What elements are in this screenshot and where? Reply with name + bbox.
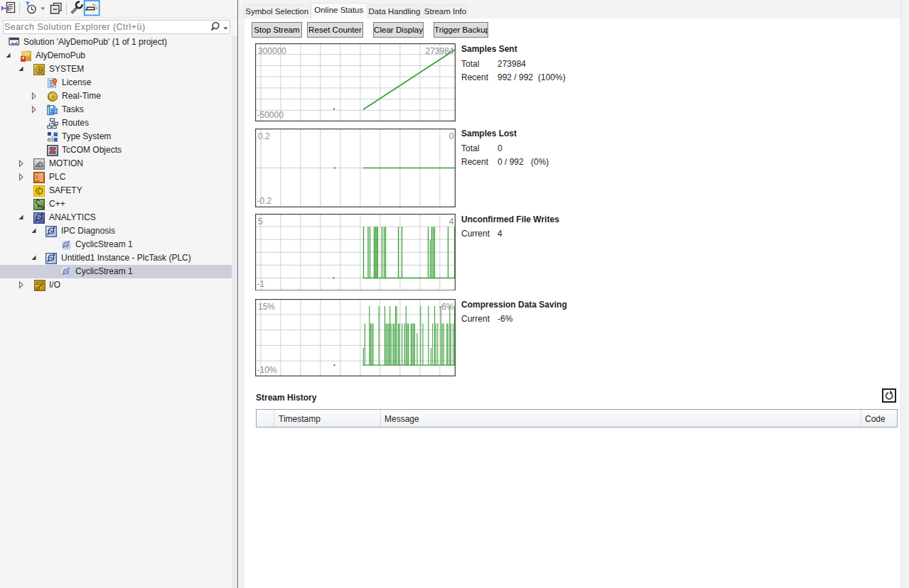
svg-text:300000: 300000 (258, 46, 286, 56)
svg-text:-50000: -50000 (257, 110, 284, 120)
svg-text:-0.2: -0.2 (257, 195, 272, 205)
svg-text:0: 0 (449, 131, 454, 141)
svg-text:15%: 15% (258, 302, 275, 312)
svg-text:273984: 273984 (425, 46, 453, 56)
svg-text:4: 4 (449, 217, 454, 227)
svg-text:-1: -1 (257, 279, 265, 289)
svg-text:-10%: -10% (257, 364, 277, 374)
svg-text:0.2: 0.2 (258, 131, 270, 141)
svg-text:5: 5 (258, 217, 263, 227)
svg-text:-6%: -6% (439, 302, 454, 312)
